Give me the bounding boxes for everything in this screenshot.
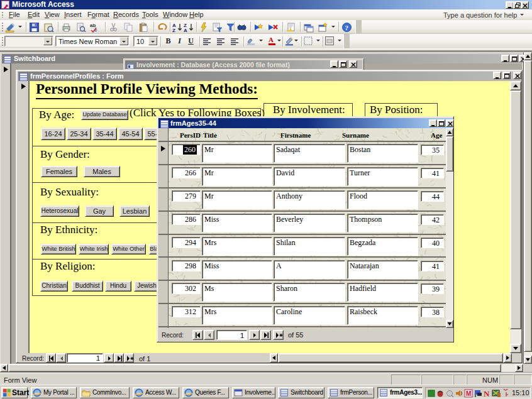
- svg-text:A: A: [184, 28, 187, 33]
- svg-text:Z: Z: [172, 28, 175, 33]
- svg-text:M: M: [466, 390, 471, 397]
- svg-text:?: ?: [345, 24, 349, 31]
- svg-text:A: A: [269, 36, 274, 43]
- svg-text:N: N: [484, 389, 490, 398]
